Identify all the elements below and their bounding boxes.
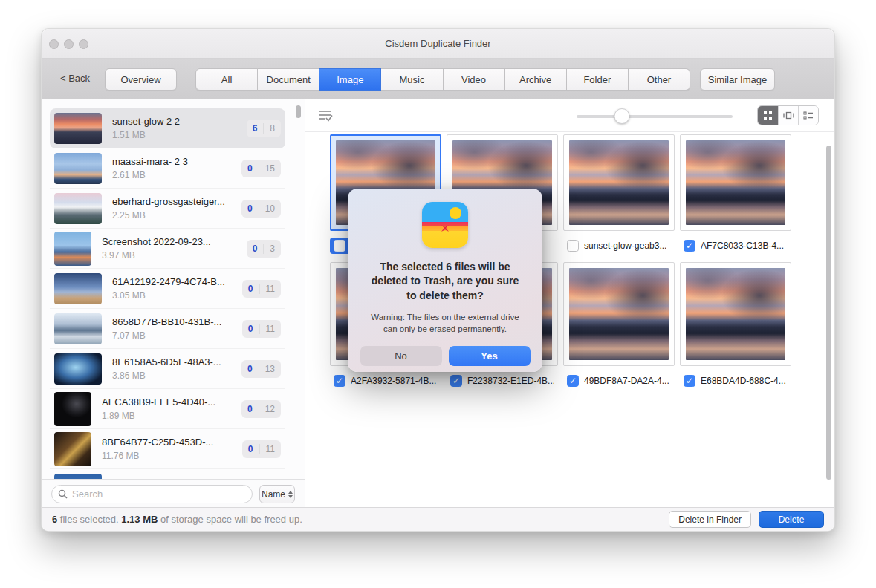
delete-in-finder-button[interactable]: Delete in Finder: [669, 511, 751, 528]
dialog-warning-text: Warning: The files on the external drive…: [348, 311, 542, 335]
selection-count-badge: 6 8: [247, 120, 281, 137]
selection-count-badge: 0 11: [242, 320, 281, 338]
window-title: Cisdem Duplicate Finder: [42, 29, 834, 59]
file-type-tabs: All Document Image Music Video Archive F…: [195, 68, 690, 91]
image-checkbox[interactable]: [334, 375, 345, 387]
grid-image-card[interactable]: 49BDF8A7-DA2A-4...: [563, 262, 675, 389]
slider-knob[interactable]: [614, 108, 629, 124]
image-checkbox[interactable]: [334, 240, 345, 252]
search-input[interactable]: [72, 489, 246, 500]
selection-count-badge: 0 10: [241, 200, 281, 218]
grid-view-button[interactable]: [758, 106, 778, 125]
selection-status-text: 6 files selected. 1.13 MB of storage spa…: [52, 514, 302, 525]
file-group-row[interactable]: sunset-glow 2 2 1.51 MB 6 8: [50, 108, 285, 148]
file-size: 1.89 MB: [102, 411, 215, 421]
file-name: 8658D77B-BB10-431B-...: [112, 316, 221, 327]
delete-confirmation-dialog: The selected 6 files will be deleted to …: [348, 189, 542, 372]
back-button[interactable]: < Back: [60, 73, 90, 84]
tab-music[interactable]: Music: [381, 68, 443, 91]
file-name: Screenshot 2022-09-23...: [102, 236, 211, 247]
overview-button[interactable]: Overview: [105, 68, 177, 91]
thumbnail-size-slider[interactable]: [577, 115, 733, 118]
image-label-row[interactable]: F2238732-E1ED-4B...: [447, 373, 558, 389]
search-icon: [58, 489, 68, 499]
image-checkbox[interactable]: [684, 375, 695, 387]
file-group-row[interactable]: 8E6158A5-6D5F-48A3-... 3.86 MB 0 13: [50, 349, 285, 389]
file-thumbnail: [54, 153, 102, 184]
grid-scrollbar[interactable]: [826, 146, 831, 480]
file-name: maasai-mara- 2 3: [112, 156, 188, 167]
file-thumbnail: [54, 193, 102, 224]
carousel-view-icon: [783, 111, 794, 120]
dialog-title: The selected 6 files will be deleted to …: [348, 260, 542, 303]
selection-count-badge: 0 3: [247, 240, 281, 258]
file-group-row[interactable]: maasai-mara- 2 3 2.61 MB 0 15: [50, 148, 285, 189]
file-group-row-partial[interactable]: [50, 469, 285, 479]
list-view-icon: [803, 111, 814, 120]
tab-all[interactable]: All: [195, 68, 258, 91]
sidebar-search-row: Name: [42, 479, 305, 509]
select-list-check-icon[interactable]: [319, 109, 335, 122]
no-button[interactable]: No: [360, 346, 442, 366]
image-filename: E68BDA4D-688C-4...: [701, 376, 786, 386]
file-size: 2.61 MB: [112, 170, 188, 180]
sort-stepper-icon: [288, 491, 293, 498]
file-group-row[interactable]: 8BE64B77-C25D-453D-... 11.76 MB 0 11: [50, 429, 285, 469]
similar-image-button[interactable]: Similar Image: [700, 68, 775, 91]
selection-count-badge: 0 11: [242, 440, 281, 458]
file-size: 1.51 MB: [112, 130, 180, 140]
file-size: 2.25 MB: [112, 210, 225, 220]
file-group-row[interactable]: 61A12192-2479-4C74-B... 3.05 MB 0 11: [50, 269, 285, 309]
search-field[interactable]: [51, 485, 253, 503]
sidebar-scrollbar[interactable]: [296, 105, 301, 118]
grid-image-card[interactable]: E68BDA4D-688C-4...: [680, 262, 791, 389]
carousel-view-button[interactable]: [778, 106, 798, 125]
image-label-row[interactable]: sunset-glow-geab3...: [563, 238, 675, 254]
duplicate-image-thumbnail: [686, 140, 785, 225]
image-checkbox[interactable]: [567, 240, 579, 252]
delete-button[interactable]: Delete: [759, 511, 824, 528]
file-thumbnail: [54, 392, 91, 426]
selection-count-badge: 0 15: [241, 160, 281, 177]
tab-folder[interactable]: Folder: [567, 68, 629, 91]
image-filename: AF7C8033-C13B-4...: [701, 241, 784, 251]
file-size: 7.07 MB: [112, 330, 221, 341]
footer-bar: 6 files selected. 1.13 MB of storage spa…: [42, 507, 834, 531]
file-thumbnail: [54, 474, 102, 480]
image-checkbox[interactable]: [567, 375, 579, 387]
file-group-row[interactable]: AECA38B9-FEE5-4D40-... 1.89 MB 0 12: [50, 389, 285, 429]
file-thumbnail: [54, 113, 102, 144]
file-name: AECA38B9-FEE5-4D40-...: [102, 396, 215, 408]
tab-document[interactable]: Document: [258, 68, 319, 91]
image-label-row[interactable]: E68BDA4D-688C-4...: [680, 373, 791, 389]
image-label-row[interactable]: 49BDF8A7-DA2A-4...: [563, 373, 675, 389]
tab-video[interactable]: Video: [444, 68, 505, 91]
file-group-row[interactable]: 8658D77B-BB10-431B-... 7.07 MB 0 11: [50, 309, 285, 349]
list-view-button[interactable]: [798, 106, 818, 125]
tab-other[interactable]: Other: [629, 68, 690, 91]
view-mode-segmented-control: [757, 105, 819, 125]
yes-button[interactable]: Yes: [449, 346, 531, 366]
image-label-row[interactable]: AF7C8033-C13B-4...: [680, 238, 791, 254]
grid-image-card[interactable]: AF7C8033-C13B-4...: [680, 134, 791, 254]
file-group-list: sunset-glow 2 2 1.51 MB 6 8 maasai-mara-…: [42, 99, 305, 479]
sort-by-name-button[interactable]: Name: [259, 485, 295, 503]
file-group-row[interactable]: Screenshot 2022-09-23... 3.97 MB 0 3: [50, 229, 285, 269]
file-thumbnail: [54, 232, 91, 266]
tab-archive[interactable]: Archive: [505, 68, 567, 91]
desktop: Cisdem Duplicate Finder < Back Overview …: [0, 0, 876, 588]
file-size: 3.97 MB: [102, 250, 211, 261]
image-label-row[interactable]: A2FA3932-5871-4B...: [330, 373, 441, 389]
file-thumbnail: [54, 313, 102, 344]
tab-image[interactable]: Image: [319, 68, 381, 91]
grid-image-card[interactable]: sunset-glow-geab3...: [563, 134, 675, 254]
image-filename: sunset-glow-geab3...: [584, 241, 666, 251]
grid-toolbar: [305, 99, 834, 132]
file-name: 8BE64B77-C25D-453D-...: [102, 437, 213, 448]
duplicate-image-thumbnail: [569, 140, 669, 225]
file-name: sunset-glow 2 2: [112, 116, 180, 127]
image-checkbox[interactable]: [684, 240, 695, 252]
image-checkbox[interactable]: [450, 375, 462, 387]
file-group-row[interactable]: eberhard-grossgasteiger... 2.25 MB 0 10: [50, 189, 285, 229]
app-icon: [422, 202, 468, 248]
